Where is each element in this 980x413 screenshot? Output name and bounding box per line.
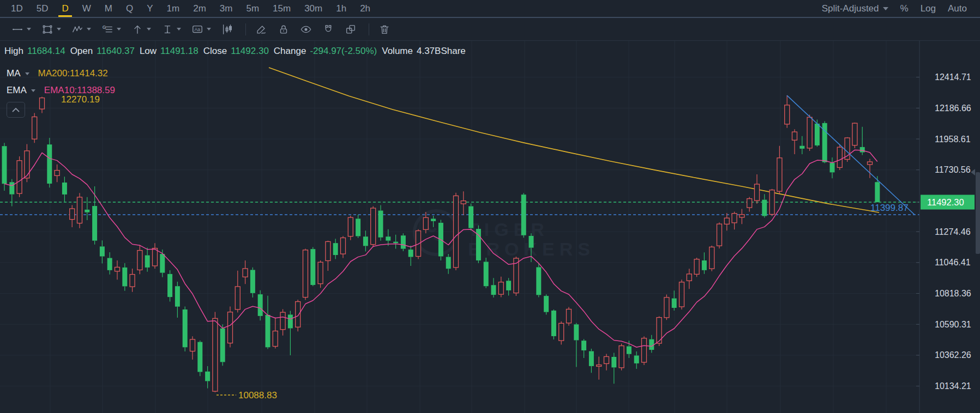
candle-body (115, 267, 120, 271)
shapes-tool[interactable] (40, 22, 63, 37)
control-auto[interactable]: Auto (948, 3, 967, 14)
candle-body (92, 206, 97, 241)
timeframe-2h[interactable]: 2h (357, 0, 374, 17)
chevron-down-icon (117, 28, 121, 31)
toolbar-divider (245, 23, 246, 35)
ema-indicator-toggle[interactable]: EMA (7, 85, 35, 96)
price-axis-label: 11046.41 (935, 258, 971, 267)
lock-icon (278, 23, 290, 35)
price-axis-label: 11958.61 (935, 135, 971, 144)
current-price-tag-value: 11492.30 (927, 197, 964, 207)
duplicate-drawing-button[interactable] (343, 22, 358, 37)
timeframe-5m[interactable]: 5m (243, 0, 262, 17)
candle-body (611, 357, 616, 367)
info-change: Change-294.97(-2.50%) (274, 46, 377, 57)
price-chart[interactable]: TIGERBROKERS12270.1910088.8311399.871241… (0, 41, 980, 413)
candle-body (153, 248, 158, 266)
candle-body (137, 251, 142, 270)
chevron-down-icon (147, 28, 151, 31)
info-high: High11684.14 (4, 46, 65, 57)
candle-body (680, 282, 684, 307)
timeframe-m[interactable]: M (101, 0, 116, 17)
pattern-tool[interactable] (220, 22, 235, 37)
timeframe-y[interactable]: Y (143, 0, 156, 17)
price-axis-label: 11730.56 (935, 165, 971, 174)
candle-body (581, 341, 586, 350)
gann-lines-icon: G (101, 23, 113, 35)
lock-drawings-button[interactable] (276, 22, 291, 37)
chart-settings-controls: Split-Adjusted%LogAuto (810, 3, 967, 14)
arrow-up-icon (131, 23, 143, 35)
candle-body (792, 132, 797, 140)
ma-indicator-toggle[interactable]: MA (7, 68, 29, 79)
timeframe-1m[interactable]: 1m (164, 0, 183, 17)
candle-body (732, 214, 737, 223)
candle-body (228, 312, 233, 343)
collapse-legend-button[interactable] (7, 102, 25, 118)
info-volume: Volume4.37BShare (382, 46, 466, 57)
visibility-button[interactable] (298, 22, 314, 37)
control-log[interactable]: Log (921, 3, 936, 14)
timeframe-3m[interactable]: 3m (217, 0, 236, 17)
candle-body (17, 161, 22, 193)
candle-body (567, 309, 572, 323)
candle-body (664, 297, 669, 318)
wave-pattern-tool[interactable] (70, 22, 93, 37)
timeframe-1d[interactable]: 1D (8, 0, 26, 17)
text-tool[interactable]: Aa (190, 22, 213, 37)
candle-body (9, 182, 14, 194)
candle-body (288, 314, 293, 328)
candle-body (498, 282, 503, 294)
timeframe-1h[interactable]: 1h (333, 0, 350, 17)
candle-body (183, 309, 188, 347)
candle-body (266, 315, 270, 347)
brush-tool[interactable] (254, 22, 269, 37)
timeframe-15m[interactable]: 15m (269, 0, 294, 17)
timeframe-w[interactable]: W (79, 0, 94, 17)
timeframe-5d[interactable]: 5D (33, 0, 52, 17)
candle-body (860, 147, 865, 153)
candle-body (341, 238, 346, 254)
delete-drawings-button[interactable] (377, 22, 392, 37)
candle-body (55, 171, 59, 176)
candle-body (273, 331, 278, 347)
candle-body (739, 215, 744, 217)
timeframe-q[interactable]: Q (123, 0, 136, 17)
gann-tool[interactable]: G (100, 22, 123, 37)
trend-line-icon (11, 23, 23, 35)
timeframe-30m[interactable]: 30m (301, 0, 326, 17)
candle-body (333, 243, 338, 255)
candle-body (627, 347, 632, 354)
axis-scrollbar-thumb[interactable] (976, 172, 980, 254)
info-open: Open11640.37 (70, 46, 135, 57)
timeframe-2m[interactable]: 2m (190, 0, 209, 17)
trend-line-tool[interactable] (10, 22, 33, 37)
candle-body (506, 281, 511, 290)
candle-body (642, 338, 647, 362)
candle-body (454, 196, 459, 268)
candle-body (521, 195, 526, 235)
candle-body (649, 339, 654, 350)
candle-body (830, 163, 835, 172)
candle-body (536, 267, 541, 295)
control-percent[interactable]: % (900, 3, 909, 14)
candle-body (634, 356, 639, 363)
candle-body (175, 286, 180, 307)
candle-body (408, 250, 413, 257)
candle-body (190, 339, 195, 351)
candle-body (220, 329, 225, 362)
pencil-icon (255, 23, 267, 35)
timeframe-d[interactable]: D (58, 0, 71, 17)
candle-body (160, 254, 165, 273)
candle-body (303, 250, 308, 297)
ma-label: MA (7, 68, 21, 79)
magnet-mode-button[interactable] (321, 22, 336, 37)
candle-body (687, 274, 692, 281)
control-split-adjusted[interactable]: Split-Adjusted (822, 3, 888, 14)
arrow-tool[interactable] (130, 22, 153, 37)
trendline-price-label: 11399.87 (870, 203, 909, 213)
chevron-down-icon (27, 28, 31, 31)
chart-area: TIGERBROKERS12270.1910088.8311399.871241… (0, 41, 980, 413)
candle-body (589, 351, 594, 366)
measure-tool[interactable] (160, 22, 183, 37)
